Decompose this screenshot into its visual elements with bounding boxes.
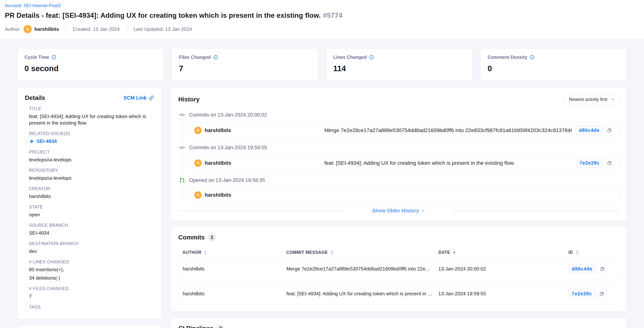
pr-meta-row: Author: H harshilbits Created: 13 Jan 20… — [5, 25, 639, 33]
info-icon[interactable] — [52, 55, 56, 60]
metric-card-cycle-time: Cycle Time 0 second — [17, 48, 164, 81]
history-event-title: Commits on 13-Jan-2024 19:59:55 — [189, 145, 267, 151]
history-event: Opened on 13-Jan-2024 19:58:35 H harshil… — [178, 176, 619, 202]
field-tags: TAGS — [25, 305, 154, 310]
commits-count-badge: 2 — [208, 233, 216, 241]
field-repository: REPOSITORY levelops/ui-levelops — [25, 168, 154, 181]
metric-value: 114 — [333, 64, 465, 73]
column-header-date[interactable]: DATE — [438, 250, 568, 255]
jira-issue-icon — [29, 139, 34, 144]
avatar: H — [194, 127, 202, 134]
metric-value: 7 — [179, 64, 311, 73]
field-destination-branch: DESTINATION BRANCH dev — [25, 241, 154, 255]
commit-hash-badge[interactable]: d86c4de — [568, 264, 596, 274]
sort-icon — [330, 250, 334, 255]
metric-label: Files Changed — [179, 55, 211, 60]
history-event-card: H harshilbits Merge 7e2e28ce17a27a888e53… — [189, 122, 619, 138]
time-spent-panel: Time spent in status MERGE TIME 0 second… — [17, 325, 162, 328]
commit-message: feat: [SEI-4934]: Adding UX for creating… — [324, 160, 572, 166]
metric-card-files-changed: Files Changed 7 — [172, 48, 318, 81]
field-title: TITLE feat: [SEI-4934]: Adding UX for cr… — [25, 106, 154, 126]
field-related-issues: RELATED ISSUE(S) SEI-4934 — [25, 131, 154, 145]
metric-card-comment-density: Comment Density 0 — [480, 48, 627, 81]
account-breadcrumb-link[interactable]: Account: SEI-Internal-Prod2 — [5, 3, 61, 8]
metric-card-lines-changed: Lines Changed 114 — [326, 48, 472, 81]
field-lines-changed: # LINES CHANGED 80 insertions(+), 34 del… — [25, 259, 154, 281]
history-heading: History — [178, 96, 200, 103]
copy-icon[interactable] — [605, 126, 614, 135]
history-event-title: Commits on 13-Jan-2024 20:00:02 — [189, 112, 267, 118]
history-event-card: H harshilbits — [189, 188, 619, 202]
info-icon[interactable] — [530, 55, 535, 60]
metric-label: Lines Changed — [333, 55, 367, 60]
pr-number: #5774 — [323, 11, 342, 19]
commit-table-row: harshilbits Merge 7e2e28ce17a27a888e5307… — [178, 258, 619, 280]
commits-heading: Commits — [178, 234, 205, 241]
field-source-branch: SOURCE BRANCH SEI-4934 — [25, 223, 154, 236]
column-header-commit-message[interactable]: COMMIT MESSAGE — [286, 250, 438, 255]
metric-value: 0 second — [24, 64, 156, 73]
column-header-author[interactable]: AUTHOR — [178, 250, 286, 255]
commits-panel: Commits 2 AUTHOR COMMIT MESSAGE — [171, 227, 627, 312]
history-event: Commits on 13-Jan-2024 19:59:55 H harshi… — [178, 144, 619, 171]
pr-title-text: PR Details - feat: [SEI-4934]: Adding UX… — [5, 11, 321, 19]
details-heading: Details — [25, 94, 45, 101]
history-panel: History Newest activity first — [171, 87, 627, 221]
field-files-changed: # FILES CHANGED 7 — [25, 286, 154, 300]
metric-label: Comment Density — [488, 55, 528, 60]
details-panel: Details SCM Link TITLE feat: [SEI-4934]:… — [17, 87, 162, 319]
history-sort-dropdown[interactable]: Newest activity first — [565, 94, 619, 104]
link-icon — [149, 95, 154, 101]
divider — [66, 26, 66, 33]
info-icon[interactable] — [213, 55, 218, 60]
metric-value: 0 — [488, 64, 620, 73]
left-column: Details SCM Link TITLE feat: [SEI-4934]:… — [17, 87, 162, 328]
pr-details-page: Account: SEI-Internal-Prod2 PR Details -… — [0, 0, 644, 328]
pull-request-open-icon — [178, 176, 186, 184]
history-event: Commits on 13-Jan-2024 20:00:02 H harshi… — [178, 111, 619, 138]
divider — [178, 211, 344, 211]
commit-hash-badge[interactable]: 7e2e28c — [568, 289, 596, 299]
sort-icon — [575, 250, 579, 255]
show-older-history-link[interactable]: Show Older History — [372, 208, 426, 214]
page-title: PR Details - feat: [SEI-4934]: Adding UX… — [5, 11, 639, 19]
commit-message: Merge 7e2e28ce17a27a888e530754dd6ad21609… — [324, 127, 572, 133]
commit-icon — [178, 144, 186, 151]
divider — [126, 26, 127, 33]
divider — [453, 211, 619, 211]
commit-date-cell: 13-Jan-2024 19:59:55 — [438, 291, 568, 297]
page-header: Account: SEI-Internal-Prod2 PR Details -… — [0, 0, 644, 39]
scm-link[interactable]: SCM Link — [124, 95, 154, 101]
history-timeline: Commits on 13-Jan-2024 20:00:02 H harshi… — [178, 111, 619, 214]
field-project: PROJECT levelops/ui-levelops — [25, 150, 154, 163]
commits-table-header: AUTHOR COMMIT MESSAGE DATE ID — [178, 250, 619, 255]
chevron-down-icon — [421, 209, 425, 213]
info-icon[interactable] — [369, 55, 374, 60]
pr-author: harshilbits — [205, 192, 231, 198]
commit-icon — [178, 111, 186, 119]
copy-icon[interactable] — [598, 265, 607, 273]
commit-hash-badge[interactable]: d86c4de — [575, 126, 603, 135]
commit-author-cell: harshilbits — [178, 266, 286, 272]
created-date: Created: 13 Jan 2024 — [73, 26, 120, 32]
commit-table-row: harshilbits feat: [SEI-4934]: Adding UX … — [178, 283, 619, 305]
author-name: harshilbits — [34, 26, 59, 32]
commit-hash-badge[interactable]: 7e2e28c — [576, 158, 603, 168]
avatar: H — [194, 159, 202, 167]
related-issue-link[interactable]: SEI-4934 — [29, 138, 57, 144]
field-creator: CREATOR harshilbits — [25, 186, 154, 200]
history-event-title: Opened on 13-Jan-2024 19:58:35 — [189, 177, 265, 183]
commit-author: harshilbits — [205, 127, 231, 133]
commit-message-cell: Merge 7e2e28ce17a27a888e530754dd6ad21609… — [286, 266, 438, 272]
page-content: Cycle Time 0 second Files Changed 7 Line… — [0, 48, 644, 328]
column-header-id[interactable]: ID — [568, 250, 619, 255]
copy-icon[interactable] — [605, 159, 614, 167]
author-label: Author: — [5, 26, 20, 32]
last-updated-date: Last Updated: 13 Jan 2024 — [134, 26, 192, 32]
commit-author-cell: harshilbits — [178, 291, 286, 297]
commit-author: harshilbits — [205, 160, 231, 166]
ci-pipelines-heading: CI Pipelines — [178, 325, 213, 328]
copy-icon[interactable] — [597, 290, 606, 298]
sort-desc-icon — [452, 250, 456, 255]
history-event-card: H harshilbits feat: [SEI-4934]: Adding U… — [189, 155, 619, 171]
